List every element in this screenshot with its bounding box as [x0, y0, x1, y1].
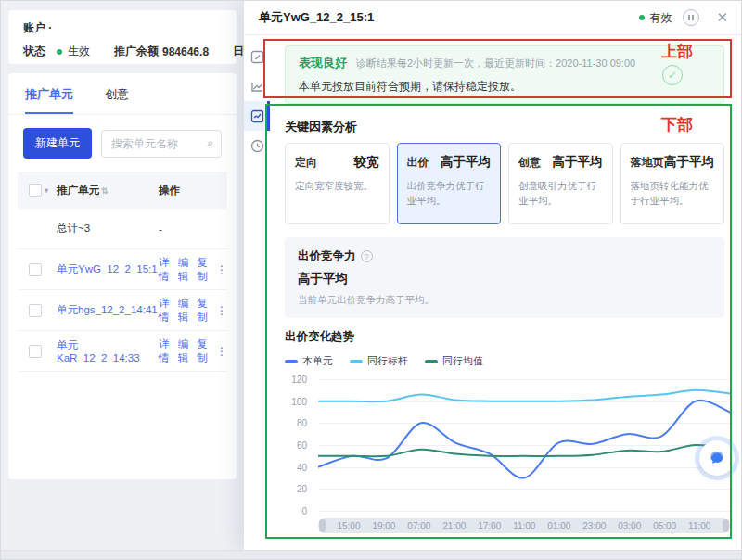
drawer-icon-rail — [244, 36, 270, 550]
action-link[interactable]: 编辑 — [178, 337, 190, 365]
x-tick-label: 11:00 — [513, 521, 535, 531]
x-tick-label: 17:00 — [478, 521, 501, 531]
unit-name-link[interactable]: 单元KaR_12_2_14:33 — [57, 338, 159, 363]
new-unit-button[interactable]: 新建单元 — [23, 128, 92, 159]
chart-zoom-slider[interactable]: 15:0019:0007:0021:0017:0011:0001:0023:00… — [318, 518, 730, 533]
factor-desc: 创意吸引力优于行业平均。 — [518, 179, 603, 209]
notice-meta: 诊断结果每2小时更新一次，最近更新时间：2020-11-30 09:00 — [356, 57, 635, 70]
help-icon[interactable]: ? — [361, 250, 373, 262]
bottom-strip — [1, 550, 742, 560]
x-tick-label: 11:00 — [688, 521, 710, 531]
more-actions-icon[interactable]: ⋮ — [216, 345, 227, 358]
chart-heading: 出价变化趋势 — [285, 329, 724, 345]
trend-line-icon — [250, 80, 264, 94]
pause-button[interactable] — [683, 9, 699, 26]
bid-trend-chart: 120100806040200 — [285, 377, 724, 513]
action-link[interactable]: 复制 — [197, 297, 209, 325]
legend-item[interactable]: 本单元 — [285, 354, 333, 368]
factor-name: 定向 — [295, 155, 317, 171]
factor-card-出价[interactable]: 出价高于平均出价竞争力优于行业平均。 — [397, 143, 502, 224]
chart-plot-area — [318, 377, 730, 513]
unit-name-link[interactable]: 单元YwG_12_2_15:1 — [57, 262, 159, 276]
search-input[interactable] — [101, 130, 222, 158]
detail-desc: 当前单元出价竞争力高于平均。 — [298, 294, 711, 307]
y-tick-label: 60 — [297, 440, 307, 451]
unit-toolbar: 新建单元 ⌕ — [8, 115, 237, 159]
rail-item-trend[interactable] — [244, 71, 270, 101]
x-tick-label: 19:00 — [372, 521, 395, 531]
drawer-header: 单元YwG_12_2_15:1 有效 ✕ — [244, 1, 742, 35]
action-link[interactable]: 详情 — [159, 337, 171, 365]
x-tick-label: 21:00 — [442, 521, 466, 531]
notice-title: 表现良好 — [299, 55, 347, 71]
customer-service-button[interactable] — [699, 440, 735, 476]
factor-cards-row: 定向较宽定向宽窄度较宽。出价高于平均出价竞争力优于行业平均。创意高于平均创意吸引… — [285, 143, 724, 224]
factor-name: 出价 — [407, 155, 429, 171]
factor-card-落地页[interactable]: 落地页高于平均落地页转化能力优于行业平均。 — [620, 143, 725, 224]
unit-search: ⌕ — [101, 130, 222, 158]
account-label: 账户 · — [23, 20, 52, 36]
legend-label: 同行均值 — [442, 354, 483, 368]
tab-0[interactable]: 推广单元 — [25, 86, 73, 114]
status-label: 状态 — [23, 44, 45, 59]
status-value: 生效 — [68, 44, 90, 59]
select-all-checkbox[interactable] — [29, 184, 42, 197]
rail-item-note[interactable] — [244, 42, 270, 71]
factor-desc: 落地页转化能力优于行业平均。 — [631, 179, 715, 209]
slider-handle-right[interactable] — [723, 519, 729, 532]
more-actions-icon[interactable]: ⋮ — [216, 304, 227, 317]
tab-1[interactable]: 创意 — [105, 86, 129, 114]
chat-headset-icon — [708, 449, 726, 467]
factor-card-定向[interactable]: 定向较宽定向宽窄度较宽。 — [285, 143, 390, 224]
chevron-down-icon[interactable]: ▾ — [45, 186, 48, 195]
action-link[interactable]: 详情 — [159, 297, 171, 325]
rail-item-history[interactable] — [244, 131, 270, 160]
sort-icon[interactable]: ⇅ — [101, 186, 109, 196]
factor-desc: 出价竞争力优于行业平均。 — [407, 179, 492, 209]
row-checkbox[interactable] — [29, 304, 42, 317]
account-summary-card: 账户 · 状态 生效 推广余额 984646.8 日预算 — [8, 10, 237, 64]
legend-item[interactable]: 同行标杆 — [350, 354, 408, 368]
clock-icon — [250, 139, 264, 153]
legend-item[interactable]: 同行均值 — [425, 354, 483, 368]
chart-y-axis: 120100806040200 — [285, 377, 313, 513]
factor-name: 创意 — [518, 155, 541, 171]
table-row: 单元hgs_12_2_14:41详情编辑复制⋮ — [18, 290, 227, 331]
unit-status-text: 有效 — [649, 10, 672, 26]
factor-level: 高于平均 — [664, 154, 714, 171]
action-link[interactable]: 复制 — [197, 337, 209, 365]
legend-mark-icon — [285, 360, 298, 363]
y-tick-label: 20 — [297, 484, 307, 494]
status-dot-icon — [57, 49, 62, 55]
x-tick-label: 07:00 — [407, 521, 430, 531]
column-header-unit[interactable]: 推广单元⇅ — [57, 184, 159, 197]
chart-legend: 本单元同行标杆同行均值 — [285, 354, 724, 368]
factor-level: 较宽 — [354, 154, 379, 171]
x-tick-label: 23:00 — [582, 521, 606, 531]
total-label: 总计~3 — [57, 222, 159, 235]
bid-detail-panel: 出价竞争力 ? 高于平均 当前单元出价竞争力高于平均。 — [285, 237, 724, 318]
total-action: - — [159, 223, 227, 235]
action-link[interactable]: 复制 — [197, 256, 209, 284]
diagnosis-icon — [250, 109, 264, 123]
status-dot-icon — [639, 15, 645, 20]
row-checkbox[interactable] — [29, 263, 42, 276]
y-tick-label: 120 — [291, 375, 307, 385]
more-actions-icon[interactable]: ⋮ — [216, 263, 227, 276]
action-link[interactable]: 编辑 — [178, 297, 190, 325]
rail-item-diagnosis[interactable] — [244, 101, 270, 131]
unit-name-link[interactable]: 单元hgs_12_2_14:41 — [57, 303, 159, 317]
slider-handle-left[interactable] — [319, 519, 326, 532]
unit-status-badge: 有效 — [639, 10, 672, 26]
x-tick-label: 03:00 — [618, 521, 641, 531]
action-link[interactable]: 编辑 — [178, 256, 190, 284]
x-tick-label: 01:00 — [547, 521, 570, 531]
legend-mark-icon — [350, 360, 363, 363]
search-icon[interactable]: ⌕ — [207, 136, 213, 149]
x-tick-label: 05:00 — [653, 521, 676, 531]
close-icon[interactable]: ✕ — [716, 9, 728, 26]
table-row: 单元KaR_12_2_14:33详情编辑复制⋮ — [18, 331, 227, 372]
factor-card-创意[interactable]: 创意高于平均创意吸引力优于行业平均。 — [508, 143, 613, 224]
action-link[interactable]: 详情 — [159, 256, 171, 284]
row-checkbox[interactable] — [29, 345, 42, 358]
